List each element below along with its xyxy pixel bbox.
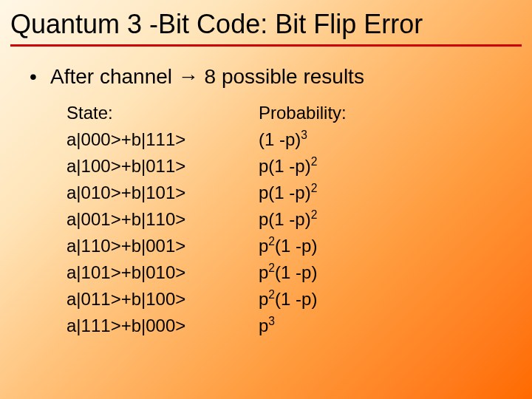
probability-row: p(1 -p)2 (259, 206, 406, 233)
state-column: State: a|000>+b|111> a|100>+b|011> a|010… (66, 100, 259, 339)
probability-row: p3 (259, 313, 406, 339)
probability-row: (1 -p)3 (259, 126, 406, 153)
probability-header: Probability: (259, 100, 406, 126)
probability-column: Probability: (1 -p)3 p(1 -p)2 p(1 -p)2 p… (259, 100, 406, 339)
arrow-icon: → (178, 65, 199, 88)
state-row: a|101>+b|010> (66, 259, 259, 286)
results-columns: State: a|000>+b|111> a|100>+b|011> a|010… (66, 100, 502, 339)
probability-row: p(1 -p)2 (259, 153, 406, 180)
state-row: a|111>+b|000> (66, 313, 259, 339)
slide-body: • After channel → 8 possible results Sta… (0, 47, 532, 339)
probability-row: p2(1 -p) (259, 233, 406, 259)
slide-title: Quantum 3 -Bit Code: Bit Flip Error (0, 0, 532, 44)
probability-row: p2(1 -p) (259, 286, 406, 313)
bullet-text: After channel → 8 possible results (50, 64, 364, 89)
bullet-item: • After channel → 8 possible results (30, 64, 502, 89)
slide: Quantum 3 -Bit Code: Bit Flip Error • Af… (0, 0, 532, 399)
probability-row: p2(1 -p) (259, 259, 406, 286)
state-row: a|100>+b|011> (66, 153, 259, 180)
state-row: a|001>+b|110> (66, 206, 259, 233)
state-row: a|011>+b|100> (66, 286, 259, 313)
bullet-marker: • (30, 64, 50, 89)
bullet-suffix: 8 possible results (199, 65, 364, 88)
state-row: a|000>+b|111> (66, 126, 259, 153)
state-header: State: (66, 100, 259, 126)
state-row: a|010>+b|101> (66, 180, 259, 206)
probability-row: p(1 -p)2 (259, 180, 406, 206)
bullet-prefix: After channel (50, 65, 178, 88)
state-row: a|110>+b|001> (66, 233, 259, 259)
